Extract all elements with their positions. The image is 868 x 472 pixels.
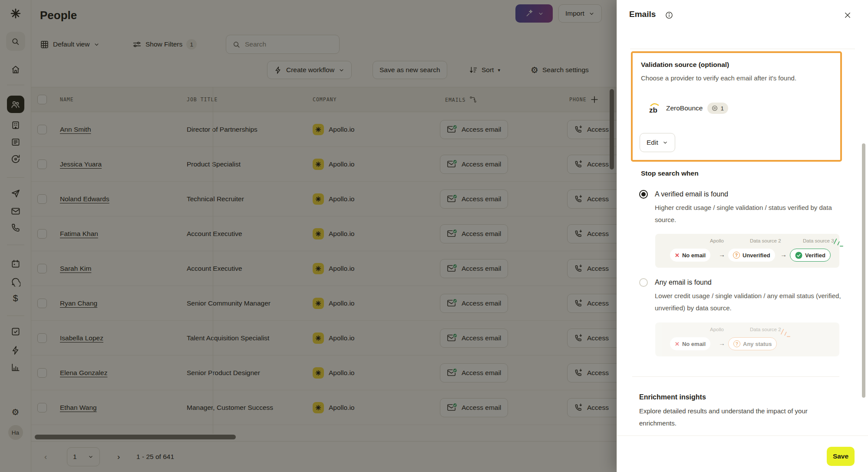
svg-text:zb: zb <box>649 106 657 114</box>
drawer-header-divider <box>630 49 855 49</box>
diagram-column-label: Data source 2 <box>750 238 781 243</box>
edit-label: Edit <box>647 139 658 146</box>
validation-provider-row: zb ZeroBounce 1 <box>647 102 728 115</box>
app-window: People Import Default view Show Filters … <box>0 0 868 472</box>
no-email-pill: ✕No email <box>670 337 710 350</box>
x-mark-icon: ✕ <box>675 252 680 259</box>
no-email-pill: ✕No email <box>670 249 710 262</box>
provider-name: ZeroBounce <box>666 104 703 112</box>
emails-settings-drawer: Emails Validation source (optional) Choo… <box>617 0 868 472</box>
footer-divider <box>617 435 868 436</box>
radio-verified-email[interactable] <box>639 190 648 199</box>
credits-count: 1 <box>720 105 724 112</box>
insights-description: Explore detailed results and understand … <box>639 405 811 429</box>
edit-validation-button[interactable]: Edit <box>640 133 675 152</box>
stop-search-heading: Stop search when <box>641 170 699 177</box>
credits-badge: 1 <box>707 103 728 114</box>
chevron-down-icon <box>662 140 668 146</box>
verified-flow-diagram: Apollo Data source 2 Data source 3 ✕No e… <box>655 234 839 268</box>
validation-description: Choose a provider to verify each email a… <box>641 72 832 84</box>
arrow-right-icon: → <box>780 251 787 258</box>
drawer-scrollbar[interactable] <box>862 143 865 398</box>
coin-icon <box>712 105 718 111</box>
close-icon[interactable] <box>844 11 851 19</box>
sparkle-icon <box>832 237 845 248</box>
save-button[interactable]: Save <box>827 447 855 466</box>
zerobounce-logo-icon: zb <box>647 102 661 115</box>
option-verified-label[interactable]: A verified email is found <box>655 190 728 198</box>
option-any-label[interactable]: Any email is found <box>655 279 712 286</box>
option-any-description: Lower credit usage / single validation /… <box>655 290 846 314</box>
drawer-title: Emails <box>629 10 656 19</box>
diagram-column-label: Data source 3 <box>803 238 834 243</box>
sparkle-icon <box>779 328 792 338</box>
info-icon[interactable] <box>665 11 673 20</box>
drawer-scrim[interactable] <box>0 0 617 472</box>
diagram-column-label: Data source 2 <box>750 327 781 332</box>
unverified-pill: ?Unverified <box>728 249 775 262</box>
radio-any-email[interactable] <box>639 278 648 287</box>
validation-heading: Validation source (optional) <box>641 61 729 69</box>
validation-source-highlight-box: Validation source (optional) Choose a pr… <box>631 51 842 162</box>
any-status-flow-diagram: Apollo Data source 2 ✕No email → ?Any st… <box>655 322 839 356</box>
option-verified-description: Higher credit usage / single validation … <box>655 202 848 226</box>
verified-pill: Verified <box>790 249 831 262</box>
insights-heading: Enrichment insights <box>639 393 706 401</box>
check-circle-icon <box>795 252 802 259</box>
question-circle-icon: ? <box>733 340 740 347</box>
x-mark-icon: ✕ <box>675 341 680 347</box>
question-circle-icon: ? <box>733 252 740 259</box>
diagram-column-label: Apollo <box>710 327 724 332</box>
diagram-column-label: Apollo <box>710 238 724 243</box>
arrow-right-icon: → <box>719 251 725 258</box>
any-status-pill: ?Any status <box>728 337 777 350</box>
arrow-right-icon: → <box>719 339 725 347</box>
section-divider <box>632 376 839 377</box>
